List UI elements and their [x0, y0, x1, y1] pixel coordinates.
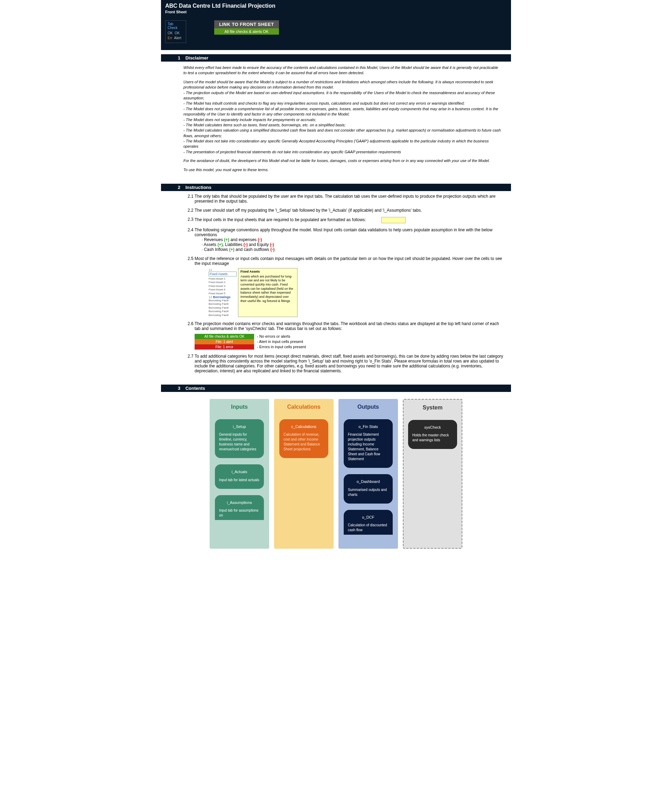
link-box: LINK TO FRONT SHEET All file checks & al…: [214, 20, 279, 35]
instructions-body: 2.1 The only tabs that should be populat…: [161, 191, 511, 380]
disclaimer-p2: Users of the model should be aware that …: [183, 80, 501, 155]
instr-num: 2.7: [168, 354, 187, 373]
tab-check-err: Err: [168, 36, 172, 40]
disclaimer-p1: Whilst every effort has been made to ens…: [183, 65, 501, 76]
instr-text: The input cells in the input sheets that…: [195, 217, 504, 223]
instr-num: 2.2: [168, 208, 187, 213]
page-subtitle: Front Sheet: [165, 10, 507, 14]
inputs-title: Inputs: [231, 404, 248, 410]
instr-num: 2.4: [168, 227, 187, 252]
status-red: File: 1 error: [195, 344, 254, 350]
outputs-column: Outputs o_Fin Stats Financial Statement …: [338, 399, 398, 549]
card-o-dcf[interactable]: o_DCF Calculation of discounted cash flo…: [344, 510, 393, 535]
instr-num: 2.1: [168, 194, 187, 204]
tab-check-alert: Alert: [174, 36, 181, 40]
section-disclaimer-bar: 1 Disclaimer: [161, 54, 511, 62]
system-title: System: [423, 404, 443, 411]
link-to-front-sheet-button[interactable]: LINK TO FRONT SHEET: [214, 20, 279, 28]
card-o-fin-stats[interactable]: o_Fin Stats Financial Statement projecti…: [344, 419, 393, 468]
card-o-dashboard[interactable]: o_Dashboard Summarised outputs and chart…: [344, 474, 393, 503]
contents-grid: Inputs i_Setup General inputs for timeli…: [161, 392, 511, 563]
section-title: Instructions: [186, 185, 211, 190]
input-cell-sample: [381, 217, 406, 223]
instr-text: The projection model contains error chec…: [195, 321, 504, 350]
instr-text: The only tabs that should be populated b…: [195, 194, 504, 204]
card-syscheck[interactable]: sysCheck Holds the master check and warn…: [408, 420, 457, 449]
card-i-setup[interactable]: i_Setup General inputs for timeline, cur…: [215, 419, 264, 458]
disclaimer-body: Whilst every effort has been made to ens…: [161, 62, 511, 179]
instr-text: To add additional categories for most it…: [195, 354, 504, 373]
section-instructions-bar: 2 Instructions: [161, 184, 511, 191]
card-i-assumptions[interactable]: i_Assumptions Input tab for assumptions …: [215, 495, 264, 520]
section-number: 2: [178, 185, 184, 190]
tab-check-label: Tab Check: [168, 22, 184, 30]
outputs-title: Outputs: [357, 404, 379, 410]
tab-check-box: Tab Check OK OK Err Alert: [165, 20, 186, 43]
disclaimer-p4: To use this model, you must agree to the…: [183, 167, 501, 173]
file-checks-status: All file checks & alerts OK: [214, 28, 279, 35]
tab-check-ok2: OK: [174, 31, 179, 35]
status-orange: File: 1 alert: [195, 339, 254, 344]
inputs-column: Inputs i_Setup General inputs for timeli…: [210, 399, 269, 549]
section-number: 1: [178, 55, 184, 61]
calculations-column: Calculations c_Calculations Calculation …: [274, 399, 334, 549]
tab-check-ok1: OK: [168, 31, 173, 35]
page-title: ABC Data Centre Ltd Financial Projection: [165, 3, 507, 9]
calcs-title: Calculations: [287, 404, 320, 410]
card-c-calculations[interactable]: c_Calculations Calculation of revenue, c…: [279, 419, 328, 458]
section-title: Contents: [186, 386, 205, 391]
status-green: All file checks & alerts OK: [195, 334, 254, 339]
section-number: 3: [178, 386, 184, 391]
tooltip-demo: 11 Fixed Assets Fixed Asset 1 Fixed Asse…: [209, 268, 303, 317]
header: ABC Data Centre Ltd Financial Projection…: [161, 0, 511, 50]
disclaimer-p3: For the avoidance of doubt, the develope…: [183, 158, 501, 163]
instr-num: 2.3: [168, 217, 187, 223]
instr-text: Most of the reference or input cells con…: [195, 256, 504, 317]
instr-text: The user should start off my populating …: [195, 208, 504, 213]
card-i-actuals[interactable]: i_Actuals Input tab for latest actuals: [215, 464, 264, 489]
status-bar-demo: All file checks & alerts OK- No errors o…: [195, 334, 504, 350]
instr-num: 2.5: [168, 256, 187, 317]
section-contents-bar: 3 Contents: [161, 385, 511, 392]
instr-text: The following signage conventions apply …: [195, 227, 504, 252]
system-column: System sysCheck Holds the master check a…: [403, 399, 462, 549]
section-title: Disclaimer: [186, 55, 209, 61]
instr-num: 2.6: [168, 321, 187, 350]
